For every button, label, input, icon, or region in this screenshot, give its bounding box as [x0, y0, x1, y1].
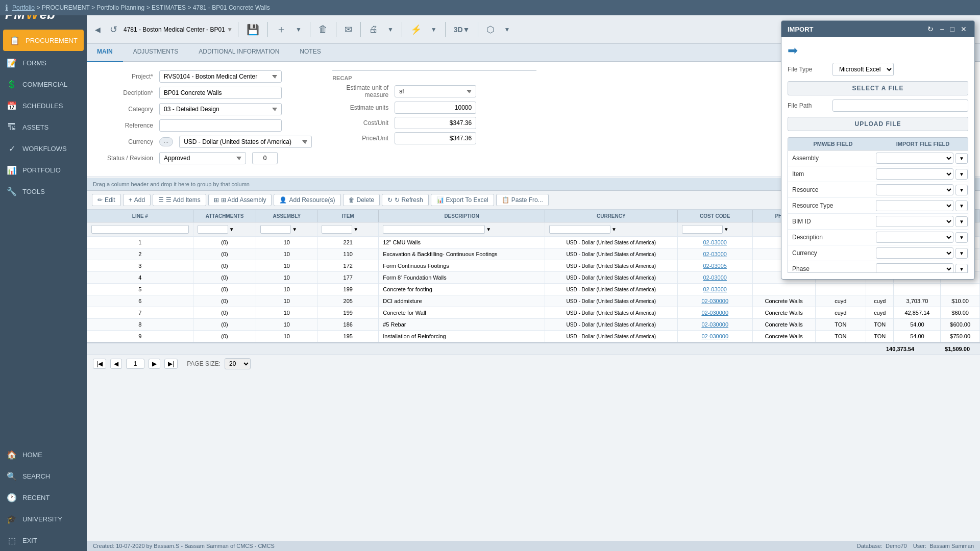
sidebar-item-assets[interactable]: 🏗 ASSETS	[0, 116, 87, 138]
cost-unit-input[interactable]	[395, 117, 476, 129]
description-input[interactable]	[159, 87, 282, 99]
import-field-select[interactable]	[876, 200, 953, 211]
share-btn[interactable]: ⬡	[483, 22, 498, 37]
refresh-btn[interactable]: ↻ ↻ Refresh	[382, 194, 428, 206]
filter-assembly[interactable]	[260, 225, 291, 234]
document-selector[interactable]: 4781 - Boston Medical Center - BP01 ▼	[124, 26, 233, 33]
page-size-select[interactable]: 20 50 100	[225, 358, 251, 369]
sidebar-item-commercial[interactable]: 💲 COMMERCIAL	[0, 73, 87, 95]
sidebar-item-search[interactable]: 🔍 SEARCH	[0, 465, 87, 487]
status-input[interactable]	[159, 152, 246, 164]
import-field-select[interactable]	[876, 247, 953, 259]
prev-page-btn[interactable]: ◀	[110, 359, 122, 369]
sidebar-item-workflows[interactable]: ✓ WORKFLOWS	[0, 138, 87, 159]
project-input[interactable]	[159, 70, 282, 83]
reference-input[interactable]	[159, 119, 282, 132]
estimate-units-input[interactable]	[395, 102, 476, 114]
sidebar-item-university[interactable]: 🎓 UNIVERSITY	[0, 508, 87, 530]
select-file-btn[interactable]: SELECT A FILE	[788, 81, 968, 95]
sidebar-item-procurement[interactable]: 📋 PROCUREMENT	[3, 30, 84, 51]
file-path-input[interactable]	[832, 99, 968, 112]
share-dropdown-btn[interactable]: ▼	[501, 24, 513, 35]
filter-costcode[interactable]	[682, 225, 723, 234]
table-row[interactable]: 9 (0) 10 195 Installation of Reinforcing…	[87, 331, 980, 342]
table-row[interactable]: 6 (0) 10 205 DCI addmixture USD - Dollar…	[87, 295, 980, 307]
add-row-btn[interactable]: + Add	[123, 194, 151, 206]
import-field-select[interactable]	[876, 263, 953, 273]
category-input[interactable]	[159, 103, 282, 115]
import-refresh-btn[interactable]: ↻	[926, 25, 935, 33]
info-icon[interactable]: ℹ	[5, 3, 8, 13]
mapping-chevron-btn[interactable]: ▼	[955, 201, 968, 211]
import-close-btn[interactable]: ✕	[959, 25, 968, 33]
current-page-input[interactable]	[126, 359, 144, 369]
table-footer: |◀ ◀ ▶ ▶| PAGE SIZE: 20 50 100	[87, 355, 980, 372]
add-btn[interactable]: ＋	[273, 20, 289, 38]
add-assembly-btn[interactable]: ⊞ ⊞ Add Assembly	[208, 194, 272, 206]
filter-line[interactable]	[91, 225, 189, 234]
table-row[interactable]: 8 (0) 10 186 #5 Rebar USD - Dollar (Unit…	[87, 319, 980, 331]
revision-num-input[interactable]	[252, 152, 278, 164]
mapping-chevron-btn[interactable]: ▼	[955, 153, 968, 164]
3d-btn[interactable]: 3D▼	[451, 23, 473, 36]
lightning-dropdown-btn[interactable]: ▼	[428, 24, 440, 35]
sidebar-item-tools[interactable]: 🔧 TOOLS	[0, 181, 87, 202]
add-resource-btn[interactable]: 👤 Add Resource(s)	[274, 194, 340, 206]
import-field-select[interactable]	[876, 168, 953, 180]
table-row[interactable]: 5 (0) 10 199 Concrete for footing USD - …	[87, 284, 980, 295]
currency-dots-btn[interactable]: ···	[159, 137, 173, 146]
sidebar-item-recent[interactable]: 🕐 RECENT	[0, 487, 87, 508]
tab-adjustments[interactable]: ADJUSTMENTS	[123, 44, 189, 62]
sidebar-item-schedules[interactable]: 📅 SCHEDULES	[0, 95, 87, 116]
mapping-chevron-btn[interactable]: ▼	[955, 216, 968, 227]
mapping-chevron-btn[interactable]: ▼	[955, 248, 968, 259]
tab-main[interactable]: MAIN	[87, 44, 123, 62]
breadcrumb-portfolio[interactable]: Portfolio	[12, 4, 35, 11]
mapping-chevron-btn[interactable]: ▼	[955, 185, 968, 195]
email-btn[interactable]: ✉	[341, 22, 355, 37]
export-excel-btn[interactable]: 📊 Export To Excel	[431, 194, 494, 206]
import-field-select[interactable]	[876, 153, 953, 164]
first-page-btn[interactable]: |◀	[93, 359, 106, 369]
sidebar-item-home[interactable]: 🏠 HOME	[0, 444, 87, 465]
lightning-btn[interactable]: ⚡	[407, 22, 425, 37]
estimate-uom-input[interactable]	[395, 85, 476, 97]
delete-btn[interactable]: 🗑	[315, 22, 331, 37]
add-items-btn[interactable]: ☰ ☰ Add Items	[153, 194, 206, 206]
next-page-btn[interactable]: ▶	[149, 359, 160, 369]
filter-attach[interactable]	[198, 225, 228, 234]
upload-file-btn[interactable]: UPLOAD FILE	[788, 117, 968, 131]
import-field-select[interactable]	[876, 232, 953, 243]
reference-label: Reference	[97, 122, 153, 129]
mapping-chevron-btn[interactable]: ▼	[955, 169, 968, 180]
price-unit-input[interactable]	[395, 132, 476, 144]
mapping-chevron-btn[interactable]: ▼	[955, 232, 968, 243]
sidebar-item-forms[interactable]: 📝 FORMS	[0, 52, 87, 73]
tab-notes[interactable]: NOTES	[289, 44, 331, 62]
filter-item[interactable]	[322, 225, 352, 234]
paste-from-btn[interactable]: 📋 Paste Fro...	[496, 194, 549, 206]
edit-btn[interactable]: ✏ Edit	[92, 194, 121, 206]
mapping-chevron-btn[interactable]: ▼	[955, 264, 968, 273]
tab-additional[interactable]: ADDITIONAL INFORMATION	[188, 44, 289, 62]
delete-row-btn[interactable]: 🗑 Delete	[343, 194, 380, 206]
sidebar-item-exit[interactable]: ⬚ EXIT	[0, 530, 87, 551]
back-btn[interactable]: ◀	[92, 23, 104, 36]
col-attachments: ATTACHMENTS	[193, 210, 256, 222]
table-row[interactable]: 7 (0) 10 199 Concrete for Wall USD - Dol…	[87, 307, 980, 319]
import-maximize-btn[interactable]: □	[949, 25, 956, 33]
file-type-select[interactable]: Microsoft Excel CSV	[832, 63, 894, 76]
filter-currency[interactable]	[549, 225, 610, 234]
history-btn[interactable]: ↺	[107, 22, 120, 37]
last-page-btn[interactable]: ▶|	[164, 359, 178, 369]
import-minimize-btn[interactable]: −	[938, 25, 945, 33]
print-btn[interactable]: 🖨	[366, 22, 381, 37]
import-field-select[interactable]	[876, 216, 953, 227]
print-dropdown-btn[interactable]: ▼	[384, 24, 397, 35]
sidebar-item-portfolio[interactable]: 📊 PORTFOLIO	[0, 159, 87, 181]
currency-input[interactable]	[179, 136, 312, 148]
filter-desc[interactable]	[383, 225, 485, 234]
add-dropdown-btn[interactable]: ▼	[292, 24, 305, 35]
import-field-select[interactable]	[876, 184, 953, 195]
save-btn[interactable]: 💾	[243, 21, 262, 38]
